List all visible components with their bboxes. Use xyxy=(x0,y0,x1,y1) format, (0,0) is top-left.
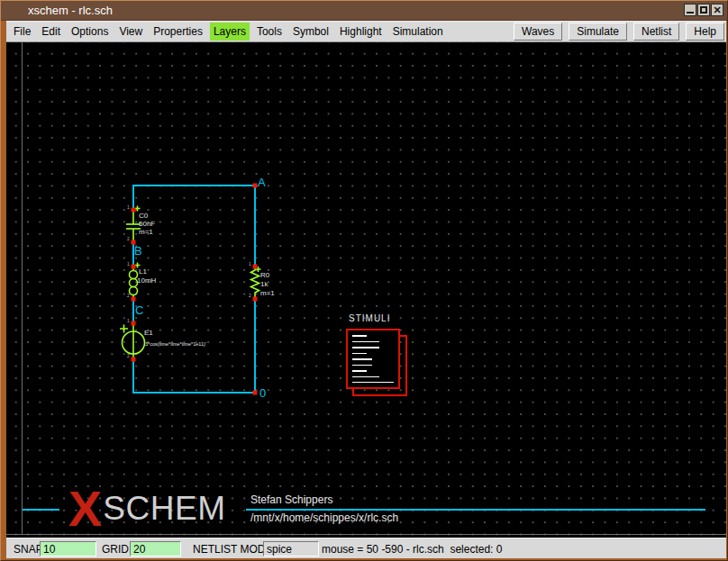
xschem-logo: X SCHEM xyxy=(68,487,225,530)
source-name[interactable]: E1 xyxy=(144,329,153,337)
simulate-button[interactable]: Simulate xyxy=(569,23,627,41)
title-block-path: /mnt/x/home/schippes/x/rlc.sch xyxy=(250,511,398,524)
window-titlebar[interactable]: xschem - rlc.sch ✕ xyxy=(1,1,727,21)
pin-number: 2 xyxy=(127,294,130,298)
maximize-icon xyxy=(700,6,707,14)
netlist-mode-input[interactable] xyxy=(263,541,319,556)
minimize-button[interactable] xyxy=(684,4,696,16)
menu-tools[interactable]: Tools xyxy=(253,23,286,41)
menu-layers[interactable]: Layers xyxy=(210,23,250,41)
inductor-name[interactable]: L1 xyxy=(139,267,147,276)
window-controls: ✕ xyxy=(684,4,723,16)
pin-number: 1 xyxy=(127,262,130,267)
menu-properties[interactable]: Properties xyxy=(150,23,206,41)
close-icon: ✕ xyxy=(713,5,721,14)
wires[interactable] xyxy=(132,185,256,393)
grid-label: GRID: xyxy=(102,543,132,556)
logo-x-letter: X xyxy=(68,489,102,529)
pin-number: 2 xyxy=(127,237,130,241)
title-block-author: Stefan Schippers xyxy=(250,493,332,506)
maximize-button[interactable] xyxy=(697,4,710,16)
schematic-graphics xyxy=(6,42,726,538)
net-label-b[interactable]: B xyxy=(134,245,142,257)
status-bar: SNAP: GRID: NETLIST MODE: mouse = 50 -59… xyxy=(6,538,726,558)
voltage-source-symbol[interactable] xyxy=(120,323,145,359)
pin-number: 2 xyxy=(249,294,251,298)
inductor-value[interactable]: 10mH xyxy=(137,276,156,285)
plus-icon xyxy=(120,325,128,333)
menu-symbol[interactable]: Symbol xyxy=(289,23,332,41)
net-label-c[interactable]: C xyxy=(135,304,143,316)
menu-view[interactable]: View xyxy=(115,23,146,41)
snap-input[interactable] xyxy=(40,541,96,556)
xschem-window: xschem - rlc.sch ✕ File Edit Options Vie… xyxy=(0,0,728,561)
waves-button[interactable]: Waves xyxy=(514,23,562,41)
resistor-mult[interactable]: m=1 xyxy=(260,289,275,297)
help-button[interactable]: Help xyxy=(686,23,724,41)
pins[interactable] xyxy=(132,184,258,395)
schematic-canvas[interactable]: A B C 0 C0 50nF m=1 L1 10mH E1 '3*cos(ti… xyxy=(6,42,726,538)
menu-edit[interactable]: Edit xyxy=(38,23,64,41)
pin-number: 1 xyxy=(249,262,251,267)
pin-number: 1 xyxy=(127,319,130,323)
menu-file[interactable]: File xyxy=(10,23,34,41)
menu-simulation[interactable]: Simulation xyxy=(389,23,447,41)
menu-bar: File Edit Options View Properties Layers… xyxy=(6,21,726,42)
pin-number: 1 xyxy=(127,205,130,210)
sheet-border xyxy=(6,42,726,534)
stimuli-label[interactable]: STIMULI xyxy=(349,313,390,323)
capacitor-name[interactable]: C0 xyxy=(139,212,148,220)
minimize-icon xyxy=(687,11,694,14)
menu-highlight[interactable]: Highlight xyxy=(336,23,386,41)
resistor-value[interactable]: 1k xyxy=(260,280,268,288)
stimuli-block[interactable] xyxy=(347,330,406,395)
net-label-a[interactable]: A xyxy=(258,176,266,188)
window-title: xschem - rlc.sch xyxy=(28,4,113,17)
grid-input[interactable] xyxy=(130,541,181,556)
resistor-symbol[interactable] xyxy=(251,267,261,299)
close-button[interactable]: ✕ xyxy=(711,4,723,16)
netlist-button[interactable]: Netlist xyxy=(633,23,679,41)
menu-options[interactable]: Options xyxy=(68,23,112,41)
pin-number: 2 xyxy=(127,354,130,358)
capacitor-mult[interactable]: m=1 xyxy=(139,228,153,236)
net-label-gnd[interactable]: 0 xyxy=(259,387,266,399)
capacitor-value[interactable]: 50nF xyxy=(139,220,155,228)
logo-schem-text: SCHEM xyxy=(103,491,225,527)
resistor-name[interactable]: R0 xyxy=(260,271,269,279)
mouse-status-text: mouse = 50 -590 - rlc.sch selected: 0 xyxy=(322,543,502,556)
source-value[interactable]: '3*cos(time*time*time*1e11)' xyxy=(144,340,206,348)
